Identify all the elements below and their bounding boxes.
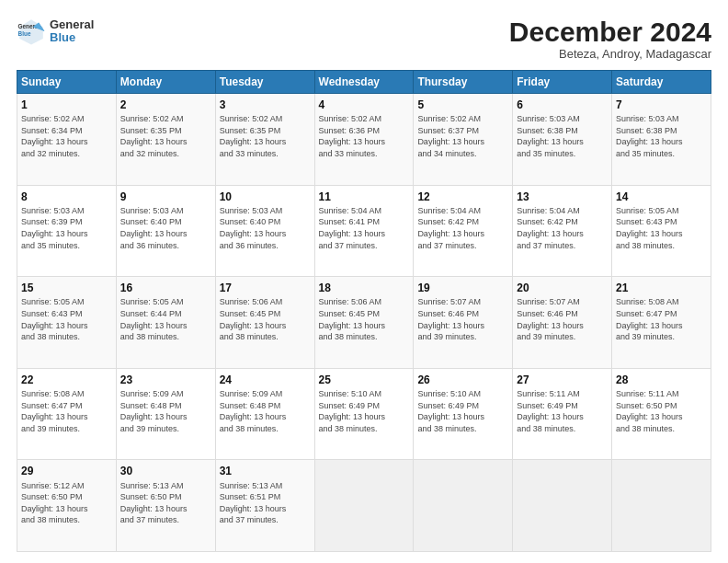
day-cell: 6Sunrise: 5:03 AMSunset: 6:38 PMDaylight…: [513, 94, 612, 186]
day-info: Sunrise: 5:02 AMSunset: 6:35 PMDaylight:…: [120, 113, 211, 159]
day-number: 31: [220, 464, 311, 478]
day-cell: 27Sunrise: 5:11 AMSunset: 6:49 PMDayligh…: [513, 368, 612, 460]
day-number: 7: [616, 98, 707, 112]
day-number: 29: [21, 464, 112, 478]
header-row: SundayMondayTuesdayWednesdayThursdayFrid…: [17, 71, 711, 94]
day-cell: 3Sunrise: 5:02 AMSunset: 6:35 PMDaylight…: [215, 94, 314, 186]
header-day-wednesday: Wednesday: [314, 71, 414, 94]
day-cell: 29Sunrise: 5:12 AMSunset: 6:50 PMDayligh…: [17, 460, 117, 552]
day-number: 2: [120, 98, 211, 112]
day-number: 20: [517, 281, 608, 295]
header-day-friday: Friday: [513, 71, 612, 94]
day-info: Sunrise: 5:03 AMSunset: 6:40 PMDaylight:…: [220, 205, 311, 251]
day-number: 25: [319, 373, 410, 387]
calendar-header: SundayMondayTuesdayWednesdayThursdayFrid…: [17, 71, 711, 94]
day-info: Sunrise: 5:07 AMSunset: 6:46 PMDaylight:…: [517, 296, 608, 342]
day-number: 1: [21, 98, 112, 112]
day-number: 30: [120, 464, 211, 478]
day-info: Sunrise: 5:02 AMSunset: 6:36 PMDaylight:…: [319, 113, 410, 159]
day-cell: 1Sunrise: 5:02 AMSunset: 6:34 PMDaylight…: [17, 94, 117, 186]
day-cell: [513, 460, 612, 552]
day-number: 12: [417, 190, 508, 204]
day-info: Sunrise: 5:13 AMSunset: 6:51 PMDaylight:…: [220, 480, 311, 526]
day-cell: 17Sunrise: 5:06 AMSunset: 6:45 PMDayligh…: [215, 277, 314, 369]
day-cell: 2Sunrise: 5:02 AMSunset: 6:35 PMDaylight…: [116, 94, 215, 186]
week-row-3: 15Sunrise: 5:05 AMSunset: 6:43 PMDayligh…: [17, 277, 711, 369]
header-day-monday: Monday: [116, 71, 215, 94]
day-number: 6: [517, 98, 608, 112]
day-info: Sunrise: 5:06 AMSunset: 6:45 PMDaylight:…: [220, 296, 311, 342]
header-day-thursday: Thursday: [414, 71, 513, 94]
day-cell: 28Sunrise: 5:11 AMSunset: 6:50 PMDayligh…: [612, 368, 711, 460]
day-number: 22: [21, 373, 112, 387]
page: General Blue General Blue December 2024 …: [0, 0, 728, 563]
day-info: Sunrise: 5:07 AMSunset: 6:46 PMDaylight:…: [417, 296, 508, 342]
day-cell: 4Sunrise: 5:02 AMSunset: 6:36 PMDaylight…: [314, 94, 414, 186]
day-number: 11: [319, 190, 410, 204]
day-cell: 26Sunrise: 5:10 AMSunset: 6:49 PMDayligh…: [414, 368, 513, 460]
day-cell: 13Sunrise: 5:04 AMSunset: 6:42 PMDayligh…: [513, 185, 612, 277]
day-info: Sunrise: 5:04 AMSunset: 6:41 PMDaylight:…: [319, 205, 410, 251]
day-number: 26: [417, 373, 508, 387]
day-cell: 30Sunrise: 5:13 AMSunset: 6:50 PMDayligh…: [116, 460, 215, 552]
day-number: 10: [220, 190, 311, 204]
day-info: Sunrise: 5:02 AMSunset: 6:35 PMDaylight:…: [220, 113, 311, 159]
day-cell: 19Sunrise: 5:07 AMSunset: 6:46 PMDayligh…: [414, 277, 513, 369]
week-row-1: 1Sunrise: 5:02 AMSunset: 6:34 PMDaylight…: [17, 94, 711, 186]
day-info: Sunrise: 5:13 AMSunset: 6:50 PMDaylight:…: [120, 480, 211, 526]
day-cell: 5Sunrise: 5:02 AMSunset: 6:37 PMDaylight…: [414, 94, 513, 186]
day-cell: 9Sunrise: 5:03 AMSunset: 6:40 PMDaylight…: [116, 185, 215, 277]
day-info: Sunrise: 5:05 AMSunset: 6:43 PMDaylight:…: [21, 296, 112, 342]
day-cell: [414, 460, 513, 552]
day-info: Sunrise: 5:10 AMSunset: 6:49 PMDaylight:…: [319, 388, 410, 434]
logo-text: General Blue: [50, 18, 94, 45]
location: Beteza, Androy, Madagascar: [509, 47, 711, 61]
header-day-saturday: Saturday: [612, 71, 711, 94]
week-row-2: 8Sunrise: 5:03 AMSunset: 6:39 PMDaylight…: [17, 185, 711, 277]
day-info: Sunrise: 5:11 AMSunset: 6:49 PMDaylight:…: [517, 388, 608, 434]
day-info: Sunrise: 5:09 AMSunset: 6:48 PMDaylight:…: [120, 388, 211, 434]
calendar: SundayMondayTuesdayWednesdayThursdayFrid…: [17, 70, 711, 552]
day-number: 9: [120, 190, 211, 204]
day-number: 18: [319, 281, 410, 295]
day-number: 27: [517, 373, 608, 387]
logo-general: General: [50, 18, 94, 31]
header: General Blue General Blue December 2024 …: [17, 17, 711, 61]
day-info: Sunrise: 5:10 AMSunset: 6:49 PMDaylight:…: [417, 388, 508, 434]
day-info: Sunrise: 5:08 AMSunset: 6:47 PMDaylight:…: [616, 296, 707, 342]
day-number: 28: [616, 373, 707, 387]
day-number: 21: [616, 281, 707, 295]
day-cell: 14Sunrise: 5:05 AMSunset: 6:43 PMDayligh…: [612, 185, 711, 277]
day-info: Sunrise: 5:02 AMSunset: 6:37 PMDaylight:…: [417, 113, 508, 159]
day-info: Sunrise: 5:09 AMSunset: 6:48 PMDaylight:…: [220, 388, 311, 434]
day-cell: 16Sunrise: 5:05 AMSunset: 6:44 PMDayligh…: [116, 277, 215, 369]
day-cell: 18Sunrise: 5:06 AMSunset: 6:45 PMDayligh…: [314, 277, 414, 369]
day-cell: [314, 460, 414, 552]
day-cell: [612, 460, 711, 552]
week-row-4: 22Sunrise: 5:08 AMSunset: 6:47 PMDayligh…: [17, 368, 711, 460]
day-cell: 15Sunrise: 5:05 AMSunset: 6:43 PMDayligh…: [17, 277, 117, 369]
day-cell: 24Sunrise: 5:09 AMSunset: 6:48 PMDayligh…: [215, 368, 314, 460]
day-cell: 21Sunrise: 5:08 AMSunset: 6:47 PMDayligh…: [612, 277, 711, 369]
day-number: 19: [417, 281, 508, 295]
day-info: Sunrise: 5:04 AMSunset: 6:42 PMDaylight:…: [417, 205, 508, 251]
day-number: 16: [120, 281, 211, 295]
day-info: Sunrise: 5:05 AMSunset: 6:43 PMDaylight:…: [616, 205, 707, 251]
day-info: Sunrise: 5:12 AMSunset: 6:50 PMDaylight:…: [21, 480, 112, 526]
day-number: 17: [220, 281, 311, 295]
day-info: Sunrise: 5:11 AMSunset: 6:50 PMDaylight:…: [616, 388, 707, 434]
day-cell: 31Sunrise: 5:13 AMSunset: 6:51 PMDayligh…: [215, 460, 314, 552]
day-number: 13: [517, 190, 608, 204]
day-number: 24: [220, 373, 311, 387]
day-info: Sunrise: 5:04 AMSunset: 6:42 PMDaylight:…: [517, 205, 608, 251]
day-cell: 20Sunrise: 5:07 AMSunset: 6:46 PMDayligh…: [513, 277, 612, 369]
day-cell: 8Sunrise: 5:03 AMSunset: 6:39 PMDaylight…: [17, 185, 117, 277]
header-day-tuesday: Tuesday: [215, 71, 314, 94]
logo-icon: General Blue: [17, 17, 46, 46]
svg-text:Blue: Blue: [18, 30, 31, 37]
day-cell: 10Sunrise: 5:03 AMSunset: 6:40 PMDayligh…: [215, 185, 314, 277]
day-number: 14: [616, 190, 707, 204]
day-info: Sunrise: 5:06 AMSunset: 6:45 PMDaylight:…: [319, 296, 410, 342]
day-cell: 7Sunrise: 5:03 AMSunset: 6:38 PMDaylight…: [612, 94, 711, 186]
day-number: 3: [220, 98, 311, 112]
